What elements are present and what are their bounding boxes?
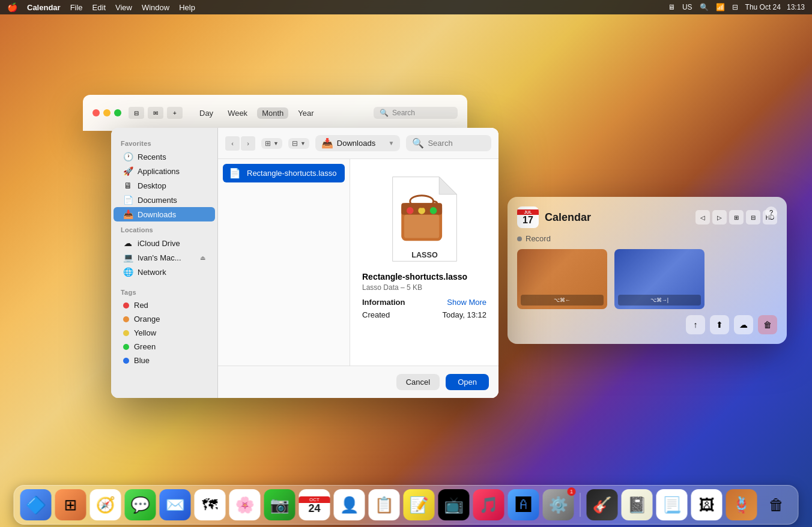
file-title: Rectangle-shortucts.lasso: [362, 272, 486, 282]
dock-item-finder[interactable]: 🔷: [20, 489, 52, 520]
finder-forward-btn[interactable]: ›: [241, 136, 255, 151]
calendar-view-year[interactable]: Year: [293, 107, 318, 119]
dock-item-tv[interactable]: 📺: [438, 489, 470, 520]
calendar-inbox-btn[interactable]: ✉: [148, 107, 163, 119]
dock-item-lasso[interactable]: 🪢: [726, 489, 757, 520]
dock-item-notes[interactable]: 📝: [404, 489, 435, 520]
open-button[interactable]: Open: [446, 374, 489, 390]
sidebar-tag-yellow[interactable]: Yellow: [114, 326, 215, 340]
dock-item-appstore[interactable]: 🅰: [508, 489, 539, 520]
calendar-search[interactable]: 🔍 Search: [374, 107, 458, 119]
finder-view-toggle-grid[interactable]: ⊞ ▼: [261, 138, 282, 149]
sidebar-item-downloads[interactable]: 📥 Downloads: [114, 207, 215, 221]
file-list-panel: 📄 Rectangle-shortucts.lasso: [218, 159, 350, 366]
calendar-sidebar-toggle[interactable]: ⊟: [129, 107, 144, 119]
dock-item-photos[interactable]: 🌸: [229, 489, 261, 520]
sidebar-item-applications[interactable]: 🚀 Applications: [114, 164, 215, 178]
dock-item-textedit[interactable]: 📃: [656, 489, 688, 520]
file-type-label: Lasso Data: [362, 283, 399, 292]
menubar-control-center-icon[interactable]: ⊟: [732, 3, 738, 11]
dock-item-safari[interactable]: 🧭: [90, 489, 121, 520]
widget-share1-btn[interactable]: ↑: [686, 315, 705, 334]
widget-grid-btn[interactable]: ⊞: [729, 210, 744, 224]
widget-header: JUL 17 Calendar ◁ ▷ ⊞ ⊟ HD: [517, 206, 777, 228]
widget-share2-btn[interactable]: ⬆: [710, 315, 729, 334]
appstore-dock-icon: 🅰: [516, 496, 532, 514]
app-name[interactable]: Calendar: [27, 3, 61, 12]
calendar-add-btn[interactable]: +: [167, 107, 183, 119]
cancel-button[interactable]: Cancel: [396, 374, 440, 390]
menu-file[interactable]: File: [70, 3, 83, 12]
dock-item-facetime[interactable]: 📷: [264, 489, 295, 520]
widget-next-btn[interactable]: ▷: [712, 210, 727, 224]
menubar-icon-screenshare[interactable]: 🖥: [668, 3, 675, 11]
menu-edit[interactable]: Edit: [92, 3, 106, 12]
dock-item-messages[interactable]: 💬: [125, 489, 156, 520]
dock-item-contacts[interactable]: 👤: [334, 489, 365, 520]
sidebar-item-icloud[interactable]: ☁ iCloud Drive: [114, 236, 215, 250]
widget-help-btn[interactable]: ?: [765, 206, 777, 218]
search-input[interactable]: [428, 139, 485, 148]
finder-view-toggle-list[interactable]: ⊟ ▼: [288, 138, 309, 149]
menubar-wifi-icon[interactable]: 📶: [716, 3, 725, 11]
menubar-search-icon[interactable]: 🔍: [700, 3, 709, 11]
dock-item-trash[interactable]: 🗑: [761, 489, 792, 520]
finder-search-box[interactable]: 🔍: [406, 135, 491, 151]
sidebar-item-mac[interactable]: 💻 Ivan's Mac... ⏏: [114, 250, 215, 265]
dock-item-maps[interactable]: 🗺: [195, 489, 226, 520]
dock-item-music[interactable]: 🎵: [473, 489, 504, 520]
svg-text:LASSO: LASSO: [411, 251, 438, 259]
sidebar-tag-blue[interactable]: Blue: [114, 354, 215, 367]
dock-item-finder-preview[interactable]: 🖼: [691, 489, 723, 520]
menu-window[interactable]: Window: [142, 3, 169, 12]
sidebar-label-network: Network: [138, 268, 166, 277]
dock-item-instrument[interactable]: 🎸: [587, 489, 618, 520]
launchpad-dock-icon: ⊞: [64, 496, 77, 514]
widget-calendar-icon: JUL 17: [517, 206, 539, 228]
dock-item-mail[interactable]: ✉️: [160, 489, 191, 520]
finder-back-btn[interactable]: ‹: [225, 136, 240, 151]
sidebar-label-red: Red: [134, 301, 148, 310]
dock-item-notepad[interactable]: 📓: [622, 489, 653, 520]
file-preview-panel: LASSO Rectangle-shortucts.lasso Lasso Da…: [350, 159, 498, 366]
sidebar-item-recents[interactable]: 🕐 Recents: [114, 149, 215, 164]
calendar-view-day[interactable]: Day: [195, 107, 218, 119]
dock-item-launchpad[interactable]: ⊞: [55, 489, 86, 520]
sidebar-tag-red[interactable]: Red: [114, 298, 215, 312]
calendar-view-month[interactable]: Month: [257, 107, 288, 119]
menu-view[interactable]: View: [115, 3, 132, 12]
sidebar-tag-orange[interactable]: Orange: [114, 312, 215, 326]
file-info-row-info: Information Show More: [362, 298, 486, 307]
menu-help[interactable]: Help: [179, 3, 195, 12]
show-more-link[interactable]: Show More: [447, 298, 486, 307]
calendar-view-week[interactable]: Week: [223, 107, 252, 119]
calendar-minimize-btn[interactable]: [103, 109, 111, 116]
widget-cloud-btn[interactable]: ☁: [734, 315, 753, 334]
widget-prev-btn[interactable]: ◁: [695, 210, 710, 224]
file-list-item-lasso[interactable]: 📄 Rectangle-shortucts.lasso: [223, 164, 345, 182]
sidebar-label-documents: Documents: [138, 196, 177, 205]
file-info-row-created: Created Today, 13:12: [362, 310, 486, 319]
systemprefs-badge: 1: [568, 487, 576, 496]
sidebar-tag-green[interactable]: Green: [114, 340, 215, 354]
widget-thumb-2[interactable]: ⌥⌘→|: [614, 249, 704, 309]
sidebar-item-desktop[interactable]: 🖥 Desktop: [114, 178, 215, 193]
sidebar-item-documents[interactable]: 📄 Documents: [114, 193, 215, 207]
sidebar-item-network[interactable]: 🌐 Network: [114, 265, 215, 279]
menubar-language[interactable]: US: [682, 3, 692, 11]
grid-view-chevron: ▼: [273, 140, 279, 146]
widget-thumb-1[interactable]: ⌥⌘←: [517, 249, 607, 309]
dock-item-calendar[interactable]: OCT 24: [299, 489, 330, 520]
finder-window: Favorites 🕐 Recents 🚀 Applications 🖥 Des…: [111, 128, 498, 398]
calendar-fullscreen-btn[interactable]: [114, 109, 121, 116]
finder-location-pill[interactable]: 📥 Downloads ▼: [315, 135, 401, 151]
dock-item-systemprefs[interactable]: ⚙️ 1: [543, 489, 574, 520]
widget-list-btn[interactable]: ⊟: [746, 210, 760, 224]
dock-item-reminders[interactable]: 📋: [369, 489, 400, 520]
apple-menu[interactable]: 🍎: [7, 2, 17, 12]
file-icon-lasso: 📄: [229, 167, 241, 179]
calendar-close-btn[interactable]: [92, 109, 100, 116]
calendar-search-placeholder: Search: [392, 109, 415, 117]
tag-orange-dot: [123, 316, 129, 322]
widget-trash-btn[interactable]: 🗑: [758, 315, 777, 334]
